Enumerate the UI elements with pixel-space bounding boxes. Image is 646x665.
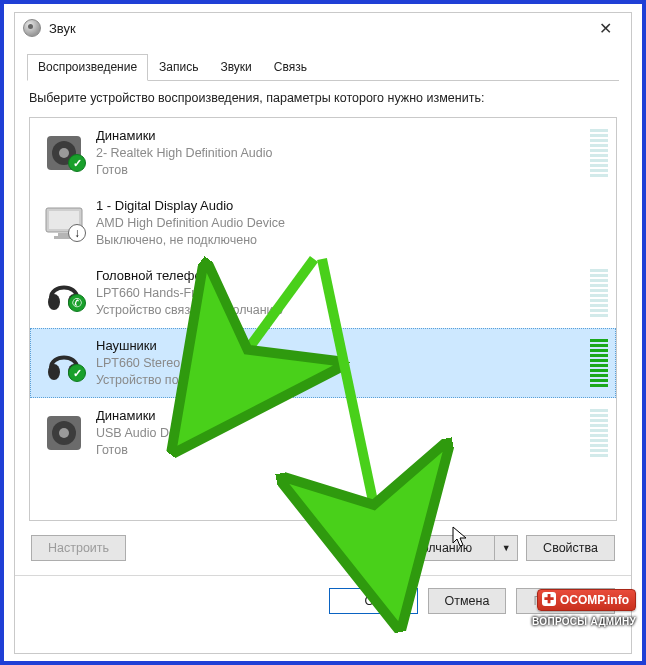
tab-sounds[interactable]: Звуки: [209, 54, 262, 81]
watermark-badge: OCOMP.info: [537, 589, 636, 611]
device-sub: LPT660 Stereo: [96, 355, 584, 372]
device-row[interactable]: Динамики USB Audio Device Готов: [30, 398, 616, 468]
level-meter: [590, 269, 608, 317]
svg-point-13: [59, 428, 69, 438]
svg-point-9: [48, 364, 60, 380]
tab-recording[interactable]: Запись: [148, 54, 209, 81]
device-name: 1 - Digital Display Audio: [96, 197, 584, 215]
device-row[interactable]: Головной телефон LPT660 Hands-Free Устро…: [30, 258, 616, 328]
tab-communications[interactable]: Связь: [263, 54, 318, 81]
device-name: Динамики: [96, 407, 584, 425]
device-status: Готов: [96, 442, 584, 459]
titlebar: Звук ✕: [15, 13, 631, 43]
sound-icon: [23, 19, 41, 37]
device-name: Наушники: [96, 337, 584, 355]
phone-icon: [68, 294, 86, 312]
device-row[interactable]: Динамики 2- Realtek High Definition Audi…: [30, 118, 616, 188]
configure-button[interactable]: Настроить: [31, 535, 126, 561]
window-title: Звук: [49, 21, 76, 36]
properties-button[interactable]: Свойства: [526, 535, 615, 561]
instruction-text: Выберите устройство воспроизведения, пар…: [15, 81, 631, 111]
close-button[interactable]: ✕: [585, 16, 625, 40]
device-status: Устройство по умолчанию: [96, 372, 584, 389]
speaker-icon: [43, 412, 85, 454]
svg-point-2: [59, 148, 69, 158]
device-status: Готов: [96, 162, 584, 179]
watermark-subtext: ВОПРОСЫ АДМИНУ: [532, 616, 636, 627]
tab-playback[interactable]: Воспроизведение: [27, 54, 148, 81]
device-status: Выключено, не подключено: [96, 232, 584, 249]
arrow-down-icon: [68, 224, 86, 242]
device-name: Динамики: [96, 127, 584, 145]
device-sub: LPT660 Hands-Free: [96, 285, 584, 302]
ok-button[interactable]: OK: [329, 588, 417, 614]
device-sub: AMD High Definition Audio Device: [96, 215, 584, 232]
device-row[interactable]: 1 - Digital Display Audio AMD High Defin…: [30, 188, 616, 258]
tab-strip: Воспроизведение Запись Звуки Связь: [15, 43, 631, 81]
checkmark-icon: [68, 364, 86, 382]
set-default-label: По умолчанию: [366, 536, 496, 560]
device-list[interactable]: Динамики 2- Realtek High Definition Audi…: [29, 117, 617, 521]
level-meter: [590, 129, 608, 177]
level-meter: [590, 409, 608, 457]
level-meter: [590, 339, 608, 387]
chevron-down-icon[interactable]: ▼: [495, 536, 517, 560]
svg-point-7: [48, 294, 60, 310]
device-sub: USB Audio Device: [96, 425, 584, 442]
device-row[interactable]: Наушники LPT660 Stereo Устройство по умо…: [30, 328, 616, 398]
checkmark-icon: [68, 154, 86, 172]
device-sub: 2- Realtek High Definition Audio: [96, 145, 584, 162]
set-default-button[interactable]: По умолчанию ▼: [365, 535, 519, 561]
device-status: Устройство связи по умолчанию: [96, 302, 584, 319]
cancel-button[interactable]: Отмена: [428, 588, 507, 614]
sound-dialog: Звук ✕ Воспроизведение Запись Звуки Связ…: [14, 12, 632, 654]
device-name: Головной телефон: [96, 267, 584, 285]
